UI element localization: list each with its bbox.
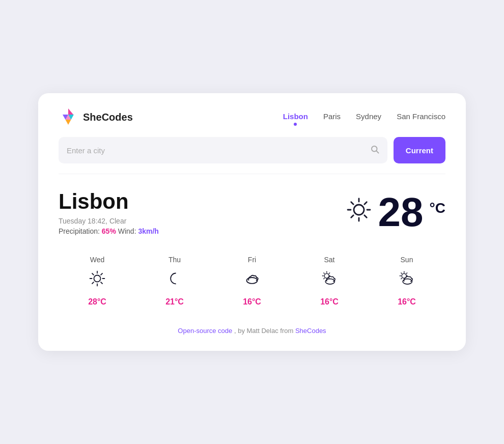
footer-text-middle: , by [234,327,247,335]
forecast-icon-wed [89,270,106,291]
forecast-temp-fri: 16°C [243,297,261,307]
svg-line-15 [351,215,353,217]
weather-card: SheCodes Lisbon Paris Sydney San Francis… [38,93,466,351]
header: SheCodes Lisbon Paris Sydney San Francis… [38,93,466,137]
svg-line-12 [351,202,353,204]
footer-text-after: from [280,327,295,335]
nav: Lisbon Paris Sydney San Francisco [283,112,445,123]
forecast-temp-wed: 28°C [88,297,106,307]
search-icon [370,145,379,156]
svg-point-7 [354,205,364,215]
wind-value: 3km/h [138,227,158,235]
wind-label: Wind: [118,227,138,235]
forecast-icon-fri [243,270,261,291]
svg-point-37 [402,273,406,278]
nav-item-paris[interactable]: Paris [323,112,341,123]
opensource-link[interactable]: Open-source code [178,327,232,335]
forecast-day-wed: Wed 28°C [72,256,123,307]
forecast-icon-sun [398,270,415,291]
temperature-display: 28 °C [346,192,445,233]
svg-line-24 [92,282,94,284]
forecast-day-name: Sun [401,256,413,264]
precipitation-value: 65% [102,227,116,235]
temperature-unit: °C [430,192,445,216]
forecast-temp-sun: 16°C [398,297,416,307]
svg-line-32 [324,273,324,273]
city-info: Lisbon Tuesday 18:42, Clear Precipitatio… [59,189,159,235]
city-name: Lisbon [59,189,159,214]
svg-line-13 [364,215,367,217]
forecast-day-name: Fri [248,256,256,264]
forecast-temp-thu: 21°C [165,297,184,307]
svg-line-6 [376,151,378,153]
search-area: Current [38,137,466,174]
app-name: SheCodes [83,112,133,123]
svg-line-41 [401,273,402,273]
footer-author: Matt Delac [247,327,278,335]
svg-line-35 [324,278,324,279]
forecast-day-thu: Thu 21°C [149,256,200,307]
search-input[interactable] [67,146,370,155]
footer: Open-source code , by Matt Delac from Sh… [38,319,466,335]
svg-line-33 [328,277,329,278]
svg-line-14 [364,202,367,204]
precipitation-label: Precipitation: [59,227,100,235]
svg-point-16 [94,275,100,282]
forecast-day-sun: Sun 16°C [381,256,432,307]
forecast: Wed 28°C Thu [38,245,466,319]
temperature-value: 28 [378,192,424,233]
forecast-temp-sat: 16°C [320,297,339,307]
weather-details: Precipitation: 65% Wind: 3km/h [59,227,159,235]
svg-line-34 [329,273,329,273]
forecast-day-fri: Fri 16°C [227,256,277,307]
svg-line-22 [101,282,102,284]
datetime: Tuesday 18:42, Clear [59,217,159,225]
logo-icon [59,107,78,127]
shecodes-link[interactable]: SheCodes [295,327,326,335]
svg-marker-3 [66,120,71,125]
forecast-day-name: Thu [169,256,181,264]
forecast-day-name: Wed [90,256,105,264]
logo-area: SheCodes [59,107,133,127]
current-button[interactable]: Current [394,137,445,163]
svg-line-43 [401,278,402,279]
forecast-icon-sat [321,270,338,291]
svg-line-42 [406,273,407,273]
search-input-wrapper [59,137,387,163]
svg-marker-0 [68,108,73,115]
main-weather-icon [346,197,372,229]
weather-main: Lisbon Tuesday 18:42, Clear Precipitatio… [38,174,466,245]
nav-item-lisbon[interactable]: Lisbon [283,112,308,123]
nav-item-sanfrancisco[interactable]: San Francisco [397,112,445,123]
forecast-day-name: Sat [324,256,334,264]
forecast-day-sat: Sat 16°C [304,256,355,307]
svg-line-23 [101,273,102,275]
svg-line-21 [92,273,94,275]
nav-item-sydney[interactable]: Sydney [356,112,381,123]
forecast-icon-thu [166,270,183,291]
